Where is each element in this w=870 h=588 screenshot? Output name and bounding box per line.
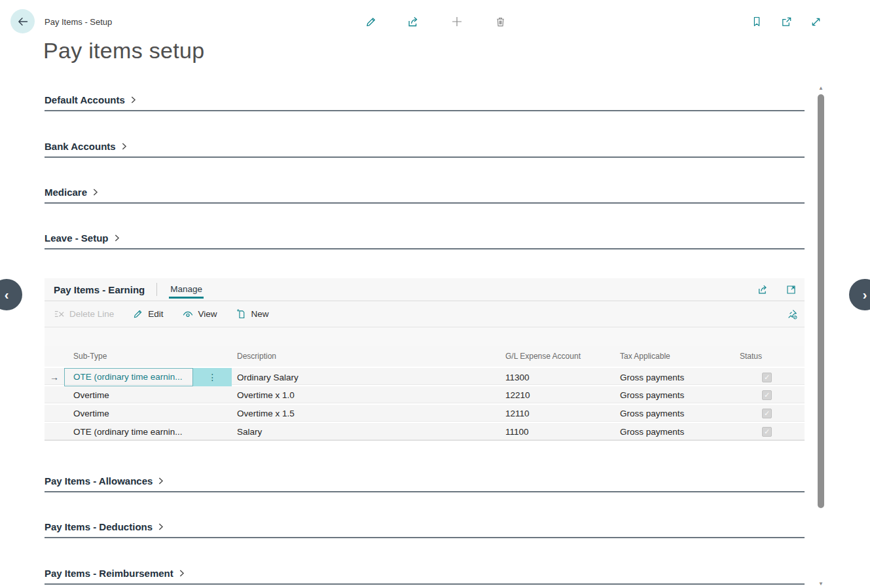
cell-status: ✓ (729, 390, 805, 400)
section-pay-items-earning: Pay Items - Earning Manage (45, 278, 805, 441)
cell-tax-applicable[interactable]: Gross payments (615, 427, 729, 437)
cell-gl-expense-account[interactable]: 11300 (500, 373, 615, 382)
section-default-accounts[interactable]: Default Accounts (45, 90, 805, 111)
cell-gl-expense-account[interactable]: 12210 (500, 390, 615, 400)
edit-label: Edit (148, 309, 163, 319)
earning-toolbar: Delete Line Edit View New (45, 301, 805, 327)
section-label: Pay Items - Reimbursement (45, 568, 173, 579)
delete-page-button[interactable] (493, 14, 507, 29)
pin-slash-icon (786, 308, 798, 320)
pay-items-setup-page: Pay Items - Setup (0, 0, 870, 588)
share-page-button[interactable] (407, 14, 421, 29)
arrow-left-icon (16, 15, 29, 28)
breadcrumb[interactable]: Pay Items - Setup (45, 17, 112, 27)
column-header-tax-applicable[interactable]: Tax Applicable (615, 352, 729, 361)
row-more-options-button[interactable]: ⋮ (193, 368, 232, 386)
section-bank-accounts[interactable]: Bank Accounts (45, 136, 805, 158)
section-label: Pay Items - Allowances (45, 475, 153, 487)
new-line-button[interactable]: New (236, 308, 269, 320)
page-window-controls (750, 14, 823, 29)
share-part-button[interactable] (756, 282, 770, 297)
scroll-up-arrow[interactable]: ▲ (817, 85, 825, 91)
new-label: New (251, 309, 269, 319)
chevron-right-icon (129, 96, 137, 104)
expand-diagonal-icon (810, 16, 822, 28)
status-checkbox[interactable]: ✓ (762, 409, 772, 418)
vertical-scrollbar[interactable]: ▲ ▼ (817, 84, 825, 588)
status-checkbox[interactable]: ✓ (762, 390, 772, 400)
cell-status: ✓ (729, 373, 805, 382)
scroll-down-arrow[interactable]: ▼ (817, 581, 825, 587)
open-in-new-window-button[interactable] (779, 14, 793, 29)
view-label: View (198, 309, 217, 319)
column-header-description[interactable]: Description (232, 352, 500, 361)
plus-icon (450, 15, 463, 28)
cell-gl-expense-account[interactable]: 12110 (500, 409, 615, 418)
section-pay-items-reimbursement[interactable]: Pay Items - Reimbursement (45, 563, 805, 585)
delete-line-label: Delete Line (69, 309, 114, 319)
cell-tax-applicable[interactable]: Gross payments (615, 390, 729, 400)
cell-sub-type[interactable]: Overtime (64, 390, 193, 400)
unpin-toolbar-button[interactable] (786, 308, 798, 320)
tab-manage[interactable]: Manage (169, 281, 204, 299)
cell-gl-expense-account[interactable]: 11100 (500, 427, 615, 437)
section-leave-setup[interactable]: Leave - Setup (45, 228, 805, 249)
cell-tax-applicable[interactable]: Gross payments (615, 409, 729, 418)
section-pay-items-allowances[interactable]: Pay Items - Allowances (45, 471, 805, 492)
earning-card-header: Pay Items - Earning Manage (45, 278, 805, 301)
cell-tax-applicable[interactable]: Gross payments (615, 373, 729, 382)
eye-icon (182, 308, 194, 320)
delete-line-button[interactable]: Delete Line (54, 308, 114, 320)
back-button[interactable] (10, 9, 35, 33)
previous-record-button[interactable]: ‹ (0, 279, 22, 310)
checkmark-icon: ✓ (764, 373, 770, 382)
view-line-button[interactable]: View (182, 308, 217, 320)
table-row[interactable]: OTE (ordinary time earnin... Salary 1110… (45, 422, 805, 440)
section-pay-items-deductions[interactable]: Pay Items - Deductions (45, 517, 805, 538)
bookmark-icon (751, 16, 763, 28)
chevron-right-icon (120, 142, 128, 151)
chevron-right-icon (177, 569, 186, 578)
scrollbar-thumb[interactable] (818, 94, 824, 508)
page-title: Pay items setup (43, 38, 204, 64)
status-checkbox[interactable]: ✓ (762, 427, 772, 437)
pencil-icon (132, 308, 143, 320)
table-header-row: Sub-Type Description G/L Expense Account… (45, 346, 805, 367)
checkmark-icon: ✓ (764, 391, 770, 399)
cell-status: ✓ (729, 427, 805, 437)
chevron-left-icon: ‹ (5, 287, 9, 303)
next-record-button[interactable]: › (849, 279, 870, 310)
share-icon (757, 284, 769, 295)
expand-page-button[interactable] (808, 14, 823, 29)
pencil-icon (365, 16, 377, 28)
cell-sub-type[interactable]: OTE (ordinary time earnin... (64, 368, 193, 386)
column-header-sub-type[interactable]: Sub-Type (64, 352, 193, 361)
cell-description[interactable]: Salary (232, 427, 500, 437)
cell-sub-type[interactable]: Overtime (64, 409, 193, 418)
section-label: Bank Accounts (45, 141, 116, 152)
status-checkbox[interactable]: ✓ (762, 373, 772, 382)
column-header-gl-expense-account[interactable]: G/L Expense Account (500, 352, 615, 361)
table-row[interactable]: → OTE (ordinary time earnin... ⋮ Ordinar… (45, 367, 805, 385)
chevron-right-icon (156, 477, 165, 485)
column-header-status[interactable]: Status (729, 352, 805, 361)
section-label: Leave - Setup (45, 232, 109, 244)
new-page-button[interactable] (450, 14, 464, 29)
edit-page-button[interactable] (363, 14, 378, 29)
section-medicare[interactable]: Medicare (45, 182, 805, 204)
cell-description[interactable]: Overtime x 1.0 (232, 390, 500, 400)
earning-card-title[interactable]: Pay Items - Earning (54, 284, 145, 295)
cell-description[interactable]: Overtime x 1.5 (232, 409, 500, 418)
checkmark-icon: ✓ (764, 409, 770, 418)
focus-mode-button[interactable] (784, 282, 798, 297)
cell-description[interactable]: Ordinary Salary (232, 373, 500, 382)
active-row-arrow-icon: → (45, 372, 64, 382)
table-row[interactable]: Overtime Overtime x 1.0 12210 Gross paym… (45, 385, 805, 403)
bookmark-button[interactable] (750, 14, 764, 29)
cell-sub-type[interactable]: OTE (ordinary time earnin... (64, 427, 193, 437)
trash-icon (494, 16, 507, 28)
checkmark-icon: ✓ (764, 428, 770, 436)
vertical-ellipsis-icon: ⋮ (208, 372, 217, 382)
edit-line-button[interactable]: Edit (132, 308, 163, 320)
table-row[interactable]: Overtime Overtime x 1.5 12110 Gross paym… (45, 403, 805, 422)
